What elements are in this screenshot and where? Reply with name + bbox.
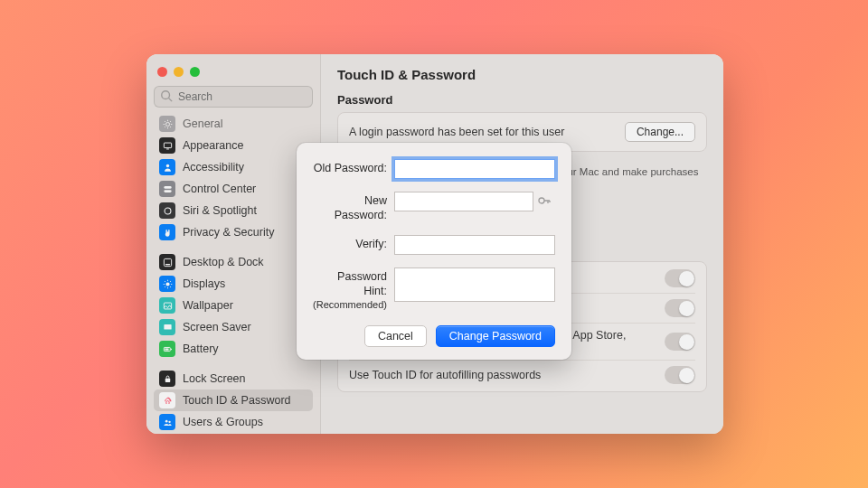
sidebar-item-wallpaper[interactable]: Wallpaper: [154, 295, 313, 316]
svg-rect-3: [164, 143, 171, 148]
sidebar-item-label: Screen Saver: [183, 321, 251, 333]
touchid-option-toggle[interactable]: [665, 299, 695, 317]
touchid-option-toggle[interactable]: [665, 333, 695, 351]
touchid-option-row: Use Touch ID for autofilling passwords: [349, 360, 695, 389]
svg-rect-6: [164, 190, 171, 192]
svg-point-10: [165, 282, 169, 286]
sidebar-item-label: Desktop & Dock: [183, 256, 264, 268]
sidebar-item-privacy-security[interactable]: Privacy & Security: [154, 221, 313, 243]
verify-label: Verify:: [313, 235, 394, 252]
sun-icon: [159, 276, 175, 292]
password-status-text: A login password has been set for this u…: [349, 126, 564, 138]
change-password-submit-button[interactable]: Change Password: [436, 325, 555, 347]
sidebar-item-label: Control Center: [183, 183, 256, 195]
svg-rect-5: [164, 186, 171, 189]
sidebar-item-displays[interactable]: Displays: [154, 273, 313, 295]
minimize-window-icon[interactable]: [174, 67, 184, 77]
sidebar-item-label: Users & Groups: [183, 416, 263, 428]
verify-password-input[interactable]: [394, 235, 555, 255]
svg-rect-16: [165, 378, 170, 381]
fingerprint-icon: [159, 392, 175, 408]
users-icon: [159, 414, 175, 430]
touchid-option-toggle[interactable]: [665, 366, 695, 384]
touchid-option-toggle[interactable]: [665, 269, 695, 287]
sidebar-item-lock-screen[interactable]: Lock Screen: [154, 368, 313, 389]
sidebar-item-label: Wallpaper: [183, 299, 233, 312]
change-password-button[interactable]: Change...: [625, 122, 695, 142]
new-password-input[interactable]: [394, 192, 533, 211]
sidebar-item-label: General: [183, 117, 222, 130]
password-heading: Password: [337, 93, 707, 107]
svg-point-20: [539, 198, 544, 203]
search-icon: [160, 89, 173, 102]
sidebar-item-label: Touch ID & Password: [183, 394, 291, 407]
old-password-label: Old Password:: [313, 159, 394, 176]
image-icon: [159, 297, 175, 314]
key-icon[interactable]: [537, 193, 552, 208]
hint-label: Password Hint: (Recommended): [313, 267, 394, 311]
touchid-option-label: Use Touch ID for autofilling passwords: [349, 369, 541, 381]
old-password-input[interactable]: [394, 159, 555, 179]
sidebar-item-label: Lock Screen: [183, 372, 245, 385]
sidebar-item-label: Appearance: [183, 139, 243, 152]
sidebar-item-control-center[interactable]: Control Center: [154, 178, 313, 200]
sidebar-item-siri-spotlight[interactable]: Siri & Spotlight: [154, 200, 313, 221]
sidebar-item-users-groups[interactable]: Users & Groups: [154, 411, 313, 433]
page-title: Touch ID & Password: [337, 67, 707, 82]
sidebar-item-label: Siri & Spotlight: [183, 204, 257, 217]
toggles-icon: [159, 181, 175, 197]
sidebar-item-appearance[interactable]: Appearance: [154, 135, 313, 156]
sidebar-item-screen-saver[interactable]: Screen Saver: [154, 316, 313, 338]
gear-icon: [159, 116, 175, 132]
svg-line-1: [169, 99, 173, 102]
screen-icon: [159, 319, 175, 335]
battery-icon: [159, 341, 175, 357]
sidebar-item-label: Accessibility: [183, 161, 244, 174]
zoom-window-icon[interactable]: [190, 67, 200, 77]
svg-rect-12: [164, 324, 171, 330]
sidebar-item-general[interactable]: General: [154, 113, 313, 135]
svg-rect-9: [165, 263, 170, 264]
sidebar-item-accessibility[interactable]: Accessibility: [154, 156, 313, 178]
person-icon: [159, 159, 175, 175]
cancel-button[interactable]: Cancel: [364, 325, 427, 347]
sidebar-item-battery[interactable]: Battery: [154, 338, 313, 360]
svg-rect-8: [164, 258, 171, 266]
svg-point-2: [165, 122, 169, 126]
password-hint-input[interactable]: [394, 267, 555, 302]
new-password-label: New Password:: [313, 192, 394, 222]
sidebar: GeneralAppearanceAccessibilityControl Ce…: [146, 54, 320, 434]
svg-rect-15: [165, 348, 168, 350]
sidebar-item-label: Displays: [183, 277, 225, 290]
lock-icon: [159, 371, 175, 387]
sidebar-item-touch-id-password[interactable]: Touch ID & Password: [154, 389, 313, 411]
sidebar-item-desktop-dock[interactable]: Desktop & Dock: [154, 251, 313, 273]
svg-point-7: [165, 208, 171, 214]
search-input[interactable]: [154, 86, 313, 108]
sidebar-item-label: Battery: [183, 343, 219, 355]
siri-icon: [159, 202, 175, 219]
svg-point-4: [165, 164, 168, 166]
sidebar-list: GeneralAppearanceAccessibilityControl Ce…: [154, 113, 313, 434]
svg-rect-14: [170, 348, 171, 349]
svg-point-17: [165, 419, 167, 422]
dock-icon: [159, 254, 175, 270]
svg-point-18: [168, 420, 170, 422]
change-password-dialog: Old Password: New Password: Verify: Pass…: [297, 143, 571, 360]
close-window-icon[interactable]: [157, 67, 167, 77]
hand-icon: [159, 224, 175, 240]
sidebar-item-label: Privacy & Security: [183, 226, 274, 239]
window-controls: [154, 63, 313, 86]
monitor-icon: [159, 137, 175, 154]
svg-point-0: [162, 91, 170, 99]
